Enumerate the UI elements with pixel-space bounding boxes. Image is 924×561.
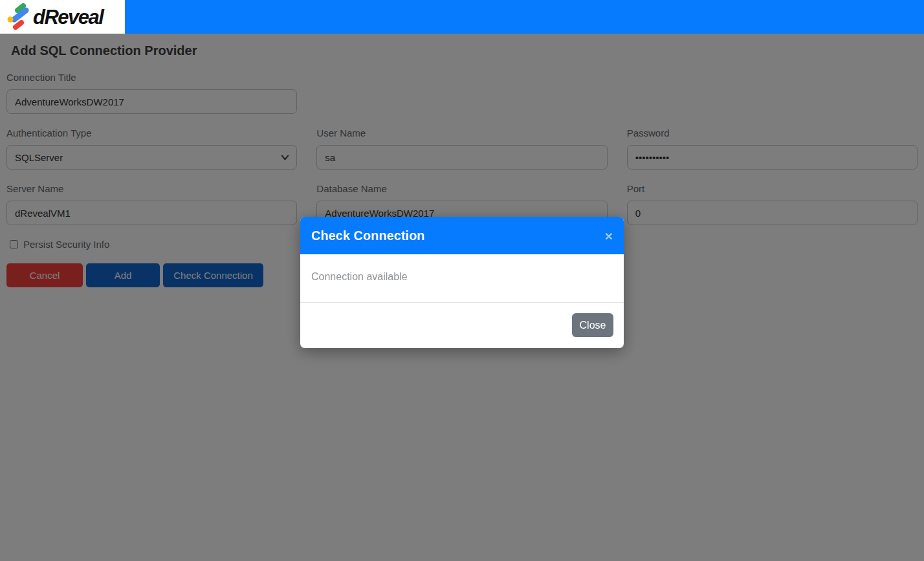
- topbar-blue-band: [125, 0, 924, 34]
- modal-message: Connection available: [311, 271, 408, 282]
- close-icon[interactable]: ×: [605, 229, 613, 243]
- logo: dReveal: [0, 0, 125, 34]
- modal-footer: Close: [300, 303, 624, 348]
- modal-title: Check Connection: [311, 228, 425, 243]
- dreveal-logo-icon: [6, 3, 32, 31]
- top-header: dReveal: [0, 0, 924, 34]
- check-connection-modal: Check Connection × Connection available …: [300, 217, 624, 348]
- close-button[interactable]: Close: [572, 313, 613, 337]
- brand-name: dReveal: [33, 7, 103, 27]
- modal-body: Connection available: [300, 254, 624, 303]
- modal-header: Check Connection ×: [300, 217, 624, 254]
